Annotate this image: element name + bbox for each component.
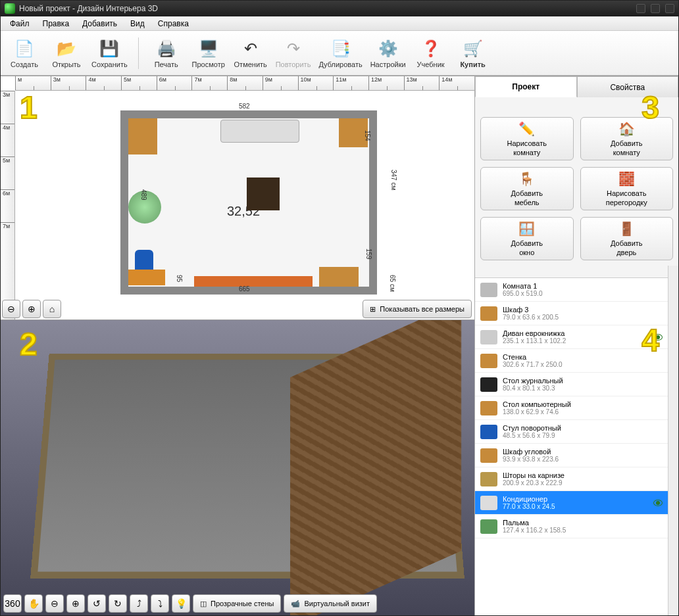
home-button[interactable]: ⌂ xyxy=(43,300,61,318)
scene-item-dims: 200.9 x 20.3 x 222.9 xyxy=(503,479,565,486)
scene-item-dims: 235.1 x 113.1 x 102.2 xyxy=(503,337,566,344)
scrollbar[interactable] xyxy=(668,266,678,615)
scene-item[interactable]: Шторы на карнизе200.9 x 20.3 x 222.9 xyxy=(475,467,668,491)
plan-2d-area[interactable]: м3м4м5м6м7м8м9м10м11м12м13м14м 3м4м5м6м7… xyxy=(1,76,474,320)
ruler-tick: 4м xyxy=(86,76,121,90)
scene-item[interactable]: Стол журнальный80.4 x 80.1 x 30.3 xyxy=(475,373,668,396)
toolbar-настройки[interactable]: ⚙️Настройки xyxy=(370,38,406,68)
room-outline[interactable]: 32,52 xyxy=(120,110,377,295)
scene-item-name: Стул поворотный xyxy=(503,424,561,432)
toolbar-открыть[interactable]: 📂Открыть xyxy=(49,38,84,68)
action-комнату[interactable]: ✏️Нарисоватькомнату xyxy=(480,117,574,160)
rotate-360-button[interactable]: 360 xyxy=(3,594,22,613)
plan-canvas[interactable]: 32,52 582 154 347 см 665 xyxy=(15,91,474,296)
toolbar-повторить[interactable]: ↷Повторить xyxy=(276,38,311,68)
scene-item-dims: 93.9 x 93.8 x 223.6 xyxy=(503,456,559,463)
scene-item[interactable]: Шкаф угловой93.9 x 93.8 x 223.6 xyxy=(475,444,668,467)
zoom-out-button[interactable]: ⊖ xyxy=(2,300,20,318)
мебель-icon: 🪑 xyxy=(518,170,536,187)
scene-item[interactable]: Стул поворотный48.5 x 56.6 x 79.9 xyxy=(475,420,668,444)
menu-файл[interactable]: Файл xyxy=(3,18,36,30)
coffee-table[interactable] xyxy=(247,178,280,210)
scene-item-icon xyxy=(480,354,497,368)
menu-правка[interactable]: Правка xyxy=(36,18,76,30)
scene-item-name: Шкаф 3 xyxy=(503,306,559,314)
view-3d-area[interactable]: 360 ✋ ⊖ ⊕ ↺ ↻ ⤴ ⤵ 💡 ◫ Прозрачные стены 📹 xyxy=(1,320,474,615)
zoom-in-button[interactable]: ⊕ xyxy=(22,300,41,318)
scene-item[interactable]: Стол компьютерный138.0 x 62.9 x 74.6 xyxy=(475,396,668,420)
toolbar-отменить[interactable]: ↶Отменить xyxy=(234,38,268,68)
menubar: ФайлПравкаДобавитьВидСправка xyxy=(1,16,678,31)
toolbar-label: Открыть xyxy=(52,60,80,68)
menu-добавить[interactable]: Добавить xyxy=(76,18,124,30)
desk[interactable] xyxy=(128,270,165,285)
toolbar-просмотр[interactable]: 🖥️Просмотр xyxy=(191,38,226,68)
sofa-top[interactable] xyxy=(220,120,299,143)
toolbar-печать[interactable]: 🖨️Печать xyxy=(149,38,184,68)
tab-properties[interactable]: Свойства xyxy=(577,76,679,97)
menu-справка[interactable]: Справка xyxy=(151,18,195,30)
отменить-icon: ↶ xyxy=(240,38,261,59)
toolbar-дублировать[interactable]: 📑Дублировать xyxy=(318,38,362,68)
scene-item-name: Стол компьютерный xyxy=(503,400,571,408)
virtual-visit-button[interactable]: 📹 Виртуальный визит xyxy=(284,594,377,613)
side-tabs: Проект Свойства xyxy=(475,76,678,97)
menu-вид[interactable]: Вид xyxy=(124,18,151,30)
light-button[interactable]: 💡 xyxy=(172,594,190,613)
action-grid: ✏️Нарисоватькомнату🏠Добавитькомнату🪑Доба… xyxy=(480,117,673,260)
wardrobe[interactable] xyxy=(128,118,157,154)
ruler-tick: 14м xyxy=(439,76,474,90)
toolbar-сохранить[interactable]: 💾Сохранить xyxy=(91,38,128,68)
toolbar-учебник[interactable]: ❓Учебник xyxy=(414,38,448,68)
учебник-icon: ❓ xyxy=(420,38,441,59)
ruler-tick: 12м xyxy=(368,76,404,90)
scene-item[interactable]: Комната 1695.0 x 519.0 xyxy=(475,278,668,302)
toolbar-label: Купить xyxy=(460,60,485,68)
scene-item[interactable]: Стенка302.6 x 71.7 x 250.0 xyxy=(475,349,668,373)
tilt-down-button[interactable]: ⤵ xyxy=(151,594,169,613)
toolbar-купить[interactable]: 🛒Купить xyxy=(456,38,490,68)
dim-br: 65 см xyxy=(389,275,396,292)
wall-unit[interactable] xyxy=(194,276,313,287)
scene-item-name: Диван еврокнижка xyxy=(503,329,566,337)
ruler-tick: 3м xyxy=(51,76,86,90)
action-перегородку[interactable]: 🧱Нарисоватьперегородку xyxy=(580,167,674,210)
zoom-in-3d-button[interactable]: ⊕ xyxy=(66,594,85,613)
rotate-right-button[interactable]: ↻ xyxy=(109,594,127,613)
scene-item-dims: 302.6 x 71.7 x 250.0 xyxy=(503,361,563,368)
ruler-tick: 5м xyxy=(1,156,14,189)
action-мебель[interactable]: 🪑Добавитьмебель xyxy=(480,167,574,210)
transparent-walls-button[interactable]: ◫ Прозрачные стены xyxy=(193,594,281,613)
pan-button[interactable]: ✋ xyxy=(24,594,43,613)
scene-item[interactable]: Шкаф 379.0 x 63.6 x 200.5 xyxy=(475,302,668,325)
toolbar-создать[interactable]: 📄Создать xyxy=(7,38,41,68)
action-дверь[interactable]: 🚪Добавитьдверь xyxy=(580,217,674,260)
dim-left: 489 xyxy=(140,189,147,201)
tab-project[interactable]: Проект xyxy=(475,76,577,97)
перегородку-icon: 🧱 xyxy=(618,170,635,187)
close-button[interactable] xyxy=(665,4,674,13)
virtual-visit-label: Виртуальный визит xyxy=(304,600,370,607)
scene-item[interactable]: Кондиционер77.0 x 33.0 x 24.5 xyxy=(475,491,668,515)
ruler-tick: 11м xyxy=(333,76,368,90)
zoom-out-3d-button[interactable]: ⊖ xyxy=(45,594,64,613)
повторить-icon: ↷ xyxy=(283,38,304,59)
action-окно[interactable]: 🪟Добавитьокно xyxy=(480,217,574,260)
dim-corner: 159 xyxy=(365,249,372,260)
visibility-eye-icon[interactable] xyxy=(653,334,663,341)
scene-item[interactable]: Диван еврокнижка235.1 x 113.1 x 102.2 xyxy=(475,325,668,349)
tilt-up-button[interactable]: ⤴ xyxy=(130,594,148,613)
scene-list[interactable]: Комната 1695.0 x 519.0Шкаф 379.0 x 63.6 … xyxy=(475,277,668,615)
maximize-button[interactable] xyxy=(651,4,660,13)
dim-r1: 154 xyxy=(364,130,371,141)
scene-item[interactable]: Пальма127.4 x 116.2 x 158.5 xyxy=(475,515,668,538)
corner-unit[interactable] xyxy=(319,267,359,287)
action-комнату[interactable]: 🏠Добавитькомнату xyxy=(580,117,674,160)
rotate-left-button[interactable]: ↺ xyxy=(88,594,106,613)
visibility-eye-icon[interactable] xyxy=(653,500,663,506)
scene-item-name: Кондиционер xyxy=(503,495,555,503)
action-label: Добавитьокно xyxy=(511,239,543,256)
minimize-button[interactable] xyxy=(636,4,645,13)
chair[interactable] xyxy=(135,250,153,271)
show-dimensions-button[interactable]: ⊞ Показывать все размеры xyxy=(363,300,472,318)
